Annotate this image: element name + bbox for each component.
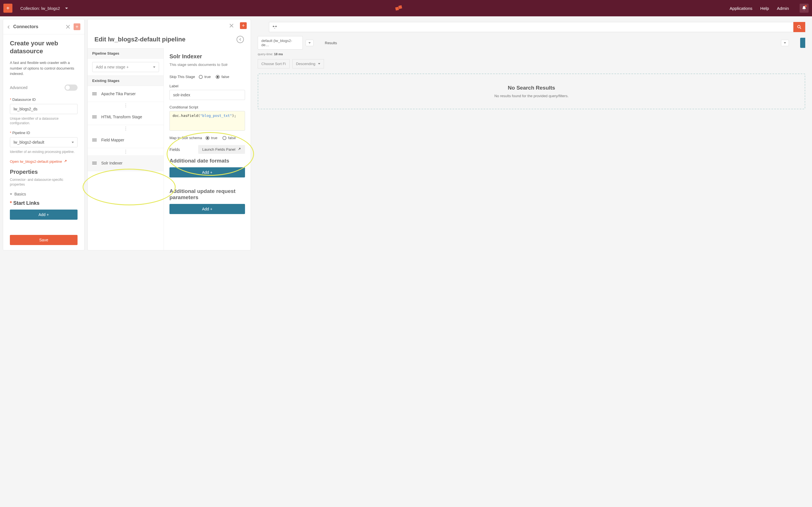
connectors-panel: Connectors + Create your web datasource … xyxy=(3,19,85,250)
datasource-id-label: Datasource ID xyxy=(10,98,78,102)
caret-down-icon xyxy=(71,142,74,143)
pipeline-stages-label: Pipeline Stages xyxy=(88,48,163,59)
caret-down-icon xyxy=(318,63,320,64)
skip-false-radio[interactable]: false xyxy=(216,75,229,79)
no-results-title: No Search Results xyxy=(264,85,799,91)
pipeline-id-label: Pipeline ID xyxy=(10,131,78,135)
stage-item-selected[interactable]: Solr Indexer xyxy=(88,155,163,171)
sort-row: Choose Sort Fi Descending xyxy=(258,59,805,68)
query-time-label: query-time: 18 ms xyxy=(258,52,805,56)
advanced-toggle[interactable] xyxy=(64,84,78,91)
pipeline-dropdown[interactable]: default (lw_blogs2-de… xyxy=(258,36,303,50)
collection-selector[interactable]: Collection: lw_blogs2 xyxy=(20,6,68,11)
add-start-link-button[interactable]: Add + xyxy=(10,210,78,220)
close-button[interactable] xyxy=(229,23,234,29)
notification-dot xyxy=(805,5,807,7)
main-content: Connectors + Create your web datasource … xyxy=(0,16,812,253)
label-block: Label xyxy=(169,84,245,100)
pipeline-dd-caret[interactable] xyxy=(306,40,313,46)
map-true-radio[interactable]: true xyxy=(206,136,217,140)
add-stage-select[interactable]: Add a new stage + xyxy=(92,62,159,72)
add-connector-button[interactable]: + xyxy=(73,23,80,30)
back-circle-button[interactable] xyxy=(237,36,244,43)
logo xyxy=(68,4,730,12)
external-link-icon xyxy=(64,159,67,164)
drag-handle-icon[interactable] xyxy=(92,162,97,165)
panel2-header: + xyxy=(88,19,251,32)
dropdown-row: default (lw_blogs2-de… Results xyxy=(258,36,805,50)
header-nav: Applications Help Admin xyxy=(730,4,809,13)
stage-item[interactable]: Apache Tika Parser xyxy=(88,86,163,102)
properties-desc: Connector- and datasource-specific prope… xyxy=(10,177,78,187)
caret-down-icon xyxy=(10,193,12,195)
side-action-button[interactable] xyxy=(800,38,805,48)
sort-field-select[interactable]: Choose Sort Fi xyxy=(258,59,290,68)
open-pipeline-link[interactable]: Open lw_blogs2-default pipeline xyxy=(10,159,78,164)
external-link-icon xyxy=(238,147,241,152)
stage-menu-icon[interactable]: ⋮ xyxy=(88,148,163,155)
panel1-header: Connectors + xyxy=(3,19,84,34)
stage-detail-column: Solr Indexer This stage sends documents … xyxy=(164,48,251,250)
search-panel: default (lw_blogs2-de… Results query-tim… xyxy=(254,19,809,250)
panel2-title: Edit lw_blogs2-default pipeline xyxy=(94,36,186,43)
drag-handle-icon[interactable] xyxy=(92,115,97,118)
save-button[interactable]: Save xyxy=(10,235,78,245)
drag-handle-icon[interactable] xyxy=(92,93,97,95)
add-date-format-button[interactable]: Add + xyxy=(169,167,245,177)
advanced-label: Advanced xyxy=(10,86,28,90)
properties-title: Properties xyxy=(10,169,78,175)
nav-admin[interactable]: Admin xyxy=(777,6,789,11)
advanced-row: Advanced xyxy=(10,84,78,91)
back-button[interactable] xyxy=(7,25,10,29)
caret-down-icon xyxy=(65,8,68,9)
add-pipeline-button[interactable]: + xyxy=(240,22,247,29)
map-solr-label: Map to Solr schema xyxy=(169,136,202,140)
fields-label: Fields xyxy=(169,147,180,152)
notifications-button[interactable] xyxy=(800,4,809,13)
pipeline-panel: + Edit lw_blogs2-default pipeline Pipeli… xyxy=(87,19,251,250)
conditional-script-label: Conditional Script xyxy=(169,105,245,109)
basics-toggle[interactable]: Basics xyxy=(10,192,78,196)
skip-stage-label: Skip This Stage xyxy=(169,75,195,79)
stage-item[interactable]: Field Mapper xyxy=(88,132,163,148)
map-solr-row: Map to Solr schema true false xyxy=(169,136,245,140)
stage-menu-icon[interactable]: ⋮ xyxy=(88,125,163,132)
datasource-id-input[interactable] xyxy=(10,104,78,114)
conditional-script-block: Conditional Script doc.hasField("blog_po… xyxy=(169,105,245,131)
nav-applications[interactable]: Applications xyxy=(730,6,753,11)
search-icon xyxy=(797,24,802,30)
nav-help[interactable]: Help xyxy=(760,6,769,11)
no-results-subtitle: No results found for the provided query/… xyxy=(264,94,799,98)
results-dd-caret[interactable] xyxy=(781,40,789,46)
stage-item[interactable]: HTML Transform Stage xyxy=(88,109,163,125)
search-input[interactable] xyxy=(269,22,794,32)
label-field-label: Label xyxy=(169,84,245,88)
skip-true-radio[interactable]: true xyxy=(199,75,211,79)
label-input[interactable] xyxy=(169,90,245,100)
panel1-title: Connectors xyxy=(13,24,65,29)
launch-fields-button[interactable]: Launch Fields Panel xyxy=(198,145,245,154)
date-formats-heading: Additional date formats xyxy=(169,158,245,164)
create-heading: Create your web datasource xyxy=(10,40,78,55)
datasource-id-hint: Unique identifier of a datasource config… xyxy=(10,116,78,126)
pipeline-id-select[interactable]: lw_blogs2-default xyxy=(10,137,78,147)
no-results-box: No Search Results No results found for t… xyxy=(258,73,805,109)
svg-point-2 xyxy=(798,25,800,28)
svg-rect-1 xyxy=(398,5,402,9)
sort-order-select[interactable]: Descending xyxy=(292,59,324,68)
conditional-script-input[interactable]: doc.hasField("blog_post_txt"); xyxy=(169,111,245,131)
start-links-label: Start Links xyxy=(10,200,78,206)
stage-menu-icon[interactable]: ⋮ xyxy=(88,102,163,109)
panel1-body: Create your web datasource A fast and fl… xyxy=(3,34,84,250)
close-button[interactable] xyxy=(65,24,71,30)
add-update-param-button[interactable]: Add + xyxy=(169,204,245,214)
header-add-button[interactable]: + xyxy=(3,4,12,13)
fields-row: Fields Launch Fields Panel xyxy=(169,145,245,154)
drag-handle-icon[interactable] xyxy=(92,138,97,142)
existing-stages-label: Existing Stages xyxy=(88,75,163,86)
detail-title: Solr Indexer xyxy=(169,53,245,60)
map-false-radio[interactable]: false xyxy=(222,136,236,140)
search-button[interactable] xyxy=(794,22,805,32)
app-header: + Collection: lw_blogs2 Applications Hel… xyxy=(0,0,812,16)
collection-label: Collection: lw_blogs2 xyxy=(20,6,60,11)
